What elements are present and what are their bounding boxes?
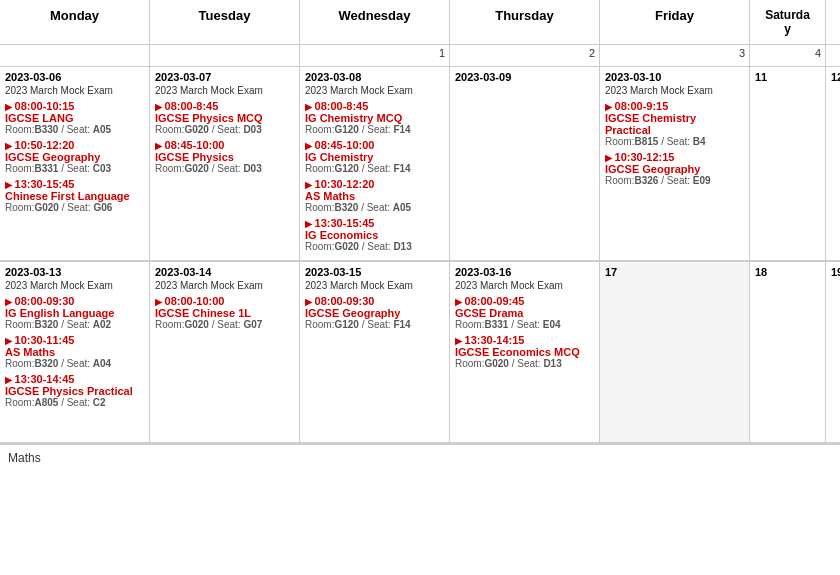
exam-block: 08:00-09:45 GCSE Drama Room:B331 / Seat:… bbox=[455, 295, 594, 330]
header-saturday: Saturday bbox=[750, 0, 826, 44]
week1-date-row: 1 2 3 4 5 bbox=[0, 45, 840, 67]
week2-sat-num: 11 bbox=[755, 71, 820, 83]
week3-row: 2023-03-13 2023 March Mock Exam 08:00-09… bbox=[0, 262, 840, 444]
exam-time: 08:00-8:45 bbox=[305, 100, 444, 112]
exam-room: Room:G120 / Seat: F14 bbox=[305, 319, 444, 330]
exam-name: IGCSE Physics bbox=[155, 151, 294, 163]
exam-room: Room:B330 / Seat: A05 bbox=[5, 124, 144, 135]
week2-tuesday-cell: 2023-03-07 2023 March Mock Exam 08:00-8:… bbox=[150, 67, 300, 260]
week3-wed-title: 2023 March Mock Exam bbox=[305, 280, 444, 291]
header-friday: Friday bbox=[600, 0, 750, 44]
exam-name: IG Economics bbox=[305, 229, 444, 241]
exam-room: Room:B326 / Seat: E09 bbox=[605, 175, 744, 186]
exam-time: 08:00-09:30 bbox=[5, 295, 144, 307]
exam-time: 13:30-14:45 bbox=[5, 373, 144, 385]
exam-name: IG Chemistry bbox=[305, 151, 444, 163]
exam-block: 08:00-09:30 IGCSE Geography Room:G120 / … bbox=[305, 295, 444, 330]
exam-time: 08:00-10:15 bbox=[5, 100, 144, 112]
calendar: Monday Tuesday Wednesday Thursday Friday… bbox=[0, 0, 840, 471]
exam-room: Room:G120 / Seat: F14 bbox=[305, 163, 444, 174]
exam-name: IGCSE Chinese 1L bbox=[155, 307, 294, 319]
week2-fri-title: 2023 March Mock Exam bbox=[605, 85, 744, 96]
week3-thursday-cell: 2023-03-16 2023 March Mock Exam 08:00-09… bbox=[450, 262, 600, 442]
header-sunday: Sunday bbox=[826, 0, 840, 44]
week1-fri-date: 3 bbox=[600, 45, 750, 66]
exam-time: 10:50-12:20 bbox=[5, 139, 144, 151]
header-tuesday: Tuesday bbox=[150, 0, 300, 44]
week3-wednesday-cell: 2023-03-15 2023 March Mock Exam 08:00-09… bbox=[300, 262, 450, 442]
exam-name: IGCSE Physics Practical bbox=[5, 385, 144, 397]
week2-tue-date: 2023-03-07 bbox=[155, 71, 294, 83]
exam-time: 13:30-15:45 bbox=[305, 217, 444, 229]
week3-tue-date: 2023-03-14 bbox=[155, 266, 294, 278]
exam-time: 10:30-11:45 bbox=[5, 334, 144, 346]
week1-sat-date: 4 bbox=[750, 45, 826, 66]
exam-room: Room:B331 / Seat: C03 bbox=[5, 163, 144, 174]
week2-row: 2023-03-06 2023 March Mock Exam 08:00-10… bbox=[0, 67, 840, 262]
exam-block: 13:30-15:45 IG Economics Room:G020 / Sea… bbox=[305, 217, 444, 252]
exam-time: 13:30-14:15 bbox=[455, 334, 594, 346]
exam-room: Room:G020 / Seat: D03 bbox=[155, 124, 294, 135]
week2-wed-title: 2023 March Mock Exam bbox=[305, 85, 444, 96]
week1-wed-date: 1 bbox=[300, 45, 450, 66]
week3-sun-num: 19 bbox=[831, 266, 840, 278]
exam-name: AS Maths bbox=[305, 190, 444, 202]
week1-thu-date: 2 bbox=[450, 45, 600, 66]
week3-tue-title: 2023 March Mock Exam bbox=[155, 280, 294, 291]
exam-name: IGCSE Geography bbox=[5, 151, 144, 163]
week2-sunday-cell: 12 bbox=[826, 67, 840, 260]
exam-time: 08:45-10:00 bbox=[305, 139, 444, 151]
exam-room: Room:B331 / Seat: E04 bbox=[455, 319, 594, 330]
footer-bar: Maths bbox=[0, 444, 840, 471]
exam-name: IGCSE Geography bbox=[605, 163, 744, 175]
exam-block: 10:50-12:20 IGCSE Geography Room:B331 / … bbox=[5, 139, 144, 174]
week3-mon-date: 2023-03-13 bbox=[5, 266, 144, 278]
week3-tuesday-cell: 2023-03-14 2023 March Mock Exam 08:00-10… bbox=[150, 262, 300, 442]
exam-block: 13:30-15:45 Chinese First Language Room:… bbox=[5, 178, 144, 213]
exam-room: Room:A805 / Seat: C2 bbox=[5, 397, 144, 408]
exam-block: 08:45-10:00 IG Chemistry Room:G120 / Sea… bbox=[305, 139, 444, 174]
exam-name: GCSE Drama bbox=[455, 307, 594, 319]
week3-wed-date: 2023-03-15 bbox=[305, 266, 444, 278]
week1-sun-date: 5 bbox=[826, 45, 840, 66]
exam-name: IG Chemistry MCQ bbox=[305, 112, 444, 124]
exam-room: Room:G020 / Seat: G06 bbox=[5, 202, 144, 213]
header-monday: Monday bbox=[0, 0, 150, 44]
week3-thu-date: 2023-03-16 bbox=[455, 266, 594, 278]
exam-room: Room:B320 / Seat: A04 bbox=[5, 358, 144, 369]
week2-saturday-cell: 11 bbox=[750, 67, 826, 260]
exam-block: 10:30-12:15 IGCSE Geography Room:B326 / … bbox=[605, 151, 744, 186]
header-wednesday: Wednesday bbox=[300, 0, 450, 44]
week3-mon-title: 2023 March Mock Exam bbox=[5, 280, 144, 291]
exam-name: IGCSE Physics MCQ bbox=[155, 112, 294, 124]
exam-name: IGCSE Chemistry Practical bbox=[605, 112, 744, 136]
exam-block: 08:00-8:45 IG Chemistry MCQ Room:G120 / … bbox=[305, 100, 444, 135]
exam-name: IGCSE Economics MCQ bbox=[455, 346, 594, 358]
exam-room: Room:G020 / Seat: G07 bbox=[155, 319, 294, 330]
week3-monday-cell: 2023-03-13 2023 March Mock Exam 08:00-09… bbox=[0, 262, 150, 442]
week2-mon-date: 2023-03-06 bbox=[5, 71, 144, 83]
week2-thursday-cell: 2023-03-09 bbox=[450, 67, 600, 260]
exam-time: 10:30-12:20 bbox=[305, 178, 444, 190]
exam-time: 13:30-15:45 bbox=[5, 178, 144, 190]
header-row: Monday Tuesday Wednesday Thursday Friday… bbox=[0, 0, 840, 45]
exam-room: Room:B320 / Seat: A05 bbox=[305, 202, 444, 213]
exam-block: 08:00-10:15 IGCSE LANG Room:B330 / Seat:… bbox=[5, 100, 144, 135]
exam-time: 08:00-9:15 bbox=[605, 100, 744, 112]
exam-room: Room:G020 / Seat: D13 bbox=[455, 358, 594, 369]
week2-monday-cell: 2023-03-06 2023 March Mock Exam 08:00-10… bbox=[0, 67, 150, 260]
exam-block: 08:45-10:00 IGCSE Physics Room:G020 / Se… bbox=[155, 139, 294, 174]
week2-sun-num: 12 bbox=[831, 71, 840, 83]
exam-block: 08:00-09:30 IG English Language Room:B32… bbox=[5, 295, 144, 330]
week3-fri-num: 17 bbox=[605, 266, 744, 278]
exam-time: 08:00-09:45 bbox=[455, 295, 594, 307]
exam-room: Room:G020 / Seat: D03 bbox=[155, 163, 294, 174]
exam-block: 13:30-14:15 IGCSE Economics MCQ Room:G02… bbox=[455, 334, 594, 369]
exam-block: 08:00-8:45 IGCSE Physics MCQ Room:G020 /… bbox=[155, 100, 294, 135]
week2-fri-date: 2023-03-10 bbox=[605, 71, 744, 83]
exam-name: IGCSE LANG bbox=[5, 112, 144, 124]
exam-block: 13:30-14:45 IGCSE Physics Practical Room… bbox=[5, 373, 144, 408]
exam-name: Chinese First Language bbox=[5, 190, 144, 202]
exam-room: Room:B320 / Seat: A02 bbox=[5, 319, 144, 330]
exam-room: Room:B815 / Seat: B4 bbox=[605, 136, 744, 147]
